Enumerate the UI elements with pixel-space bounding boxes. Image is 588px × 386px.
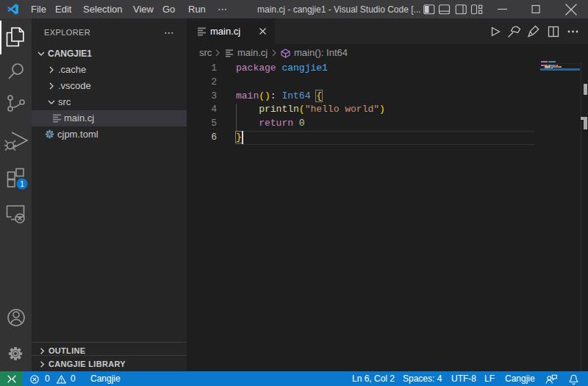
svg-text:1: 1 bbox=[20, 180, 24, 188]
